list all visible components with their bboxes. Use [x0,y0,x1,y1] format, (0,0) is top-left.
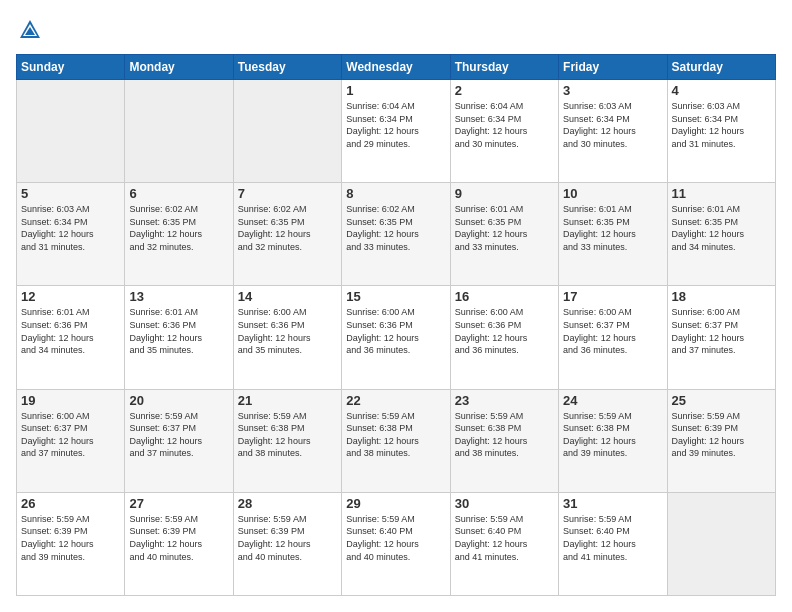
day-number: 26 [21,496,120,511]
day-info: Sunrise: 5:59 AM Sunset: 6:38 PM Dayligh… [238,410,337,460]
day-number: 3 [563,83,662,98]
day-number: 28 [238,496,337,511]
day-number: 20 [129,393,228,408]
calendar-cell: 7Sunrise: 6:02 AM Sunset: 6:35 PM Daylig… [233,183,341,286]
day-info: Sunrise: 6:02 AM Sunset: 6:35 PM Dayligh… [129,203,228,253]
day-info: Sunrise: 5:59 AM Sunset: 6:39 PM Dayligh… [21,513,120,563]
day-header-monday: Monday [125,55,233,80]
day-number: 15 [346,289,445,304]
calendar-cell: 31Sunrise: 5:59 AM Sunset: 6:40 PM Dayli… [559,492,667,595]
calendar-cell: 21Sunrise: 5:59 AM Sunset: 6:38 PM Dayli… [233,389,341,492]
day-number: 16 [455,289,554,304]
day-number: 10 [563,186,662,201]
week-row-5: 26Sunrise: 5:59 AM Sunset: 6:39 PM Dayli… [17,492,776,595]
day-info: Sunrise: 6:03 AM Sunset: 6:34 PM Dayligh… [672,100,771,150]
day-info: Sunrise: 6:01 AM Sunset: 6:36 PM Dayligh… [129,306,228,356]
calendar-cell: 6Sunrise: 6:02 AM Sunset: 6:35 PM Daylig… [125,183,233,286]
day-number: 23 [455,393,554,408]
calendar-cell [667,492,775,595]
day-info: Sunrise: 6:00 AM Sunset: 6:36 PM Dayligh… [455,306,554,356]
day-number: 27 [129,496,228,511]
calendar-cell: 11Sunrise: 6:01 AM Sunset: 6:35 PM Dayli… [667,183,775,286]
calendar-cell: 19Sunrise: 6:00 AM Sunset: 6:37 PM Dayli… [17,389,125,492]
calendar-cell: 2Sunrise: 6:04 AM Sunset: 6:34 PM Daylig… [450,80,558,183]
calendar-cell: 25Sunrise: 5:59 AM Sunset: 6:39 PM Dayli… [667,389,775,492]
day-info: Sunrise: 6:04 AM Sunset: 6:34 PM Dayligh… [455,100,554,150]
day-number: 19 [21,393,120,408]
day-number: 12 [21,289,120,304]
day-info: Sunrise: 6:03 AM Sunset: 6:34 PM Dayligh… [563,100,662,150]
day-number: 4 [672,83,771,98]
day-info: Sunrise: 5:59 AM Sunset: 6:40 PM Dayligh… [346,513,445,563]
day-number: 24 [563,393,662,408]
header [16,16,776,44]
calendar-cell: 8Sunrise: 6:02 AM Sunset: 6:35 PM Daylig… [342,183,450,286]
day-number: 25 [672,393,771,408]
day-header-sunday: Sunday [17,55,125,80]
day-info: Sunrise: 6:00 AM Sunset: 6:36 PM Dayligh… [238,306,337,356]
day-info: Sunrise: 6:00 AM Sunset: 6:37 PM Dayligh… [563,306,662,356]
calendar-cell: 3Sunrise: 6:03 AM Sunset: 6:34 PM Daylig… [559,80,667,183]
day-info: Sunrise: 6:01 AM Sunset: 6:35 PM Dayligh… [672,203,771,253]
day-number: 17 [563,289,662,304]
day-info: Sunrise: 5:59 AM Sunset: 6:38 PM Dayligh… [455,410,554,460]
calendar: SundayMondayTuesdayWednesdayThursdayFrid… [16,54,776,596]
calendar-cell [233,80,341,183]
day-number: 1 [346,83,445,98]
day-number: 21 [238,393,337,408]
calendar-cell: 16Sunrise: 6:00 AM Sunset: 6:36 PM Dayli… [450,286,558,389]
calendar-cell [17,80,125,183]
calendar-cell [125,80,233,183]
calendar-cell: 29Sunrise: 5:59 AM Sunset: 6:40 PM Dayli… [342,492,450,595]
calendar-cell: 27Sunrise: 5:59 AM Sunset: 6:39 PM Dayli… [125,492,233,595]
day-info: Sunrise: 6:03 AM Sunset: 6:34 PM Dayligh… [21,203,120,253]
logo [16,16,48,44]
day-info: Sunrise: 5:59 AM Sunset: 6:37 PM Dayligh… [129,410,228,460]
calendar-cell: 17Sunrise: 6:00 AM Sunset: 6:37 PM Dayli… [559,286,667,389]
day-info: Sunrise: 5:59 AM Sunset: 6:39 PM Dayligh… [129,513,228,563]
day-header-tuesday: Tuesday [233,55,341,80]
calendar-cell: 10Sunrise: 6:01 AM Sunset: 6:35 PM Dayli… [559,183,667,286]
calendar-cell: 9Sunrise: 6:01 AM Sunset: 6:35 PM Daylig… [450,183,558,286]
week-row-1: 1Sunrise: 6:04 AM Sunset: 6:34 PM Daylig… [17,80,776,183]
day-info: Sunrise: 6:00 AM Sunset: 6:36 PM Dayligh… [346,306,445,356]
calendar-cell: 30Sunrise: 5:59 AM Sunset: 6:40 PM Dayli… [450,492,558,595]
day-of-week-row: SundayMondayTuesdayWednesdayThursdayFrid… [17,55,776,80]
calendar-cell: 12Sunrise: 6:01 AM Sunset: 6:36 PM Dayli… [17,286,125,389]
day-number: 7 [238,186,337,201]
calendar-cell: 24Sunrise: 5:59 AM Sunset: 6:38 PM Dayli… [559,389,667,492]
day-number: 13 [129,289,228,304]
day-number: 14 [238,289,337,304]
calendar-cell: 5Sunrise: 6:03 AM Sunset: 6:34 PM Daylig… [17,183,125,286]
calendar-cell: 15Sunrise: 6:00 AM Sunset: 6:36 PM Dayli… [342,286,450,389]
day-header-thursday: Thursday [450,55,558,80]
day-info: Sunrise: 5:59 AM Sunset: 6:38 PM Dayligh… [563,410,662,460]
day-info: Sunrise: 6:00 AM Sunset: 6:37 PM Dayligh… [21,410,120,460]
day-info: Sunrise: 5:59 AM Sunset: 6:39 PM Dayligh… [672,410,771,460]
day-info: Sunrise: 5:59 AM Sunset: 6:38 PM Dayligh… [346,410,445,460]
calendar-cell: 22Sunrise: 5:59 AM Sunset: 6:38 PM Dayli… [342,389,450,492]
calendar-cell: 18Sunrise: 6:00 AM Sunset: 6:37 PM Dayli… [667,286,775,389]
calendar-cell: 1Sunrise: 6:04 AM Sunset: 6:34 PM Daylig… [342,80,450,183]
day-number: 8 [346,186,445,201]
day-number: 2 [455,83,554,98]
week-row-2: 5Sunrise: 6:03 AM Sunset: 6:34 PM Daylig… [17,183,776,286]
day-number: 5 [21,186,120,201]
day-number: 30 [455,496,554,511]
day-info: Sunrise: 5:59 AM Sunset: 6:40 PM Dayligh… [455,513,554,563]
day-info: Sunrise: 5:59 AM Sunset: 6:40 PM Dayligh… [563,513,662,563]
day-info: Sunrise: 6:01 AM Sunset: 6:35 PM Dayligh… [455,203,554,253]
calendar-cell: 14Sunrise: 6:00 AM Sunset: 6:36 PM Dayli… [233,286,341,389]
day-info: Sunrise: 6:00 AM Sunset: 6:37 PM Dayligh… [672,306,771,356]
day-info: Sunrise: 6:01 AM Sunset: 6:36 PM Dayligh… [21,306,120,356]
day-info: Sunrise: 5:59 AM Sunset: 6:39 PM Dayligh… [238,513,337,563]
day-info: Sunrise: 6:02 AM Sunset: 6:35 PM Dayligh… [346,203,445,253]
week-row-3: 12Sunrise: 6:01 AM Sunset: 6:36 PM Dayli… [17,286,776,389]
day-number: 22 [346,393,445,408]
calendar-body: 1Sunrise: 6:04 AM Sunset: 6:34 PM Daylig… [17,80,776,596]
day-number: 11 [672,186,771,201]
page: SundayMondayTuesdayWednesdayThursdayFrid… [0,0,792,612]
day-info: Sunrise: 6:02 AM Sunset: 6:35 PM Dayligh… [238,203,337,253]
calendar-cell: 4Sunrise: 6:03 AM Sunset: 6:34 PM Daylig… [667,80,775,183]
day-number: 6 [129,186,228,201]
